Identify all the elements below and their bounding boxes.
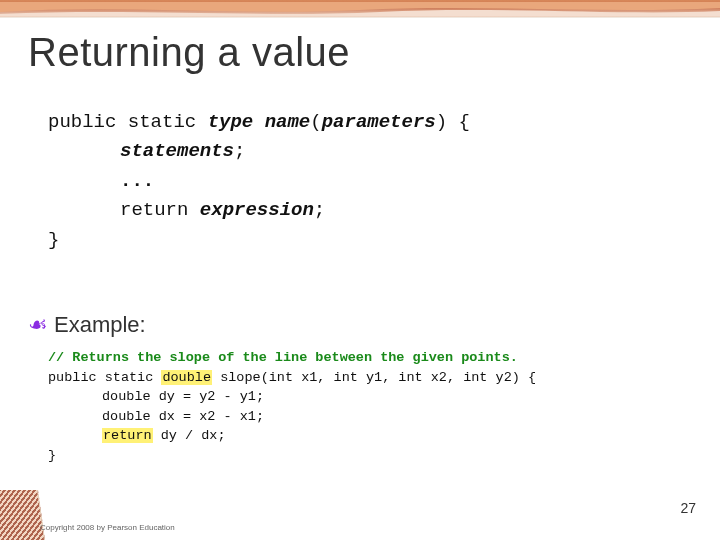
semicolon-2: ; <box>314 199 325 221</box>
syntax-block: public static type name(parameters) { st… <box>48 108 690 255</box>
copyright-footer: Copyright 2008 by Pearson Education <box>40 523 175 532</box>
highlight-double: double <box>161 370 212 385</box>
syntax-ellipsis: ... <box>48 167 690 196</box>
placeholder-type: type <box>208 111 254 133</box>
kw-return: return <box>120 199 188 221</box>
syntax-line-1: public static type name(parameters) { <box>48 108 690 137</box>
placeholder-parameters: parameters <box>322 111 436 133</box>
code-signature: public static double slope(int x1, int y… <box>48 368 702 388</box>
lparen: ( <box>310 111 321 133</box>
code-line-dx: double dx = x2 - x1; <box>48 407 702 427</box>
placeholder-expression: expression <box>200 199 314 221</box>
semicolon: ; <box>234 140 245 162</box>
bullet-icon: ☙ <box>28 312 48 337</box>
return-tail: dy / dx; <box>153 428 226 443</box>
decorative-wave <box>0 2 720 16</box>
sig-suffix: slope(int x1, int y1, int x2, int y2) { <box>212 370 536 385</box>
syntax-closing-brace: } <box>48 226 690 255</box>
placeholder-statements: statements <box>120 140 234 162</box>
highlight-return: return <box>102 428 153 443</box>
code-line-return: return dy / dx; <box>48 426 702 446</box>
kw-public-static: public static <box>48 111 196 133</box>
rparen-brace: ) { <box>436 111 470 133</box>
syntax-line-return: return expression; <box>48 196 690 225</box>
code-example: // Returns the slope of the line between… <box>48 348 702 465</box>
example-heading: ☙Example: <box>28 312 146 338</box>
example-label-text: Example: <box>54 312 146 337</box>
code-closing-brace: } <box>48 446 702 466</box>
page-number: 27 <box>680 500 696 516</box>
sig-prefix: public static <box>48 370 161 385</box>
syntax-line-statements: statements; <box>48 137 690 166</box>
code-comment: // Returns the slope of the line between… <box>48 348 702 368</box>
placeholder-name: name <box>265 111 311 133</box>
code-line-dy: double dy = y2 - y1; <box>48 387 702 407</box>
slide-title: Returning a value <box>28 30 350 75</box>
decorative-corner-icon <box>0 490 48 540</box>
